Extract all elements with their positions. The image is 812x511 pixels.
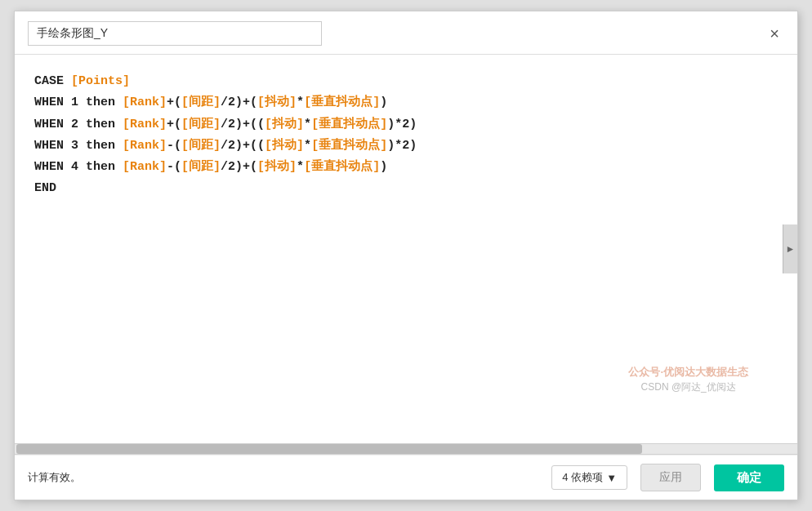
scroll-right-arrow[interactable]: ►: [783, 224, 797, 273]
watermark: 公众号·优阅达大数据生态 CSDN @阿达_优阅达: [628, 364, 748, 395]
code-line-4: WHEN 4 then [Rank]-([间距]/2)+([抖动]*[垂直抖动点…: [34, 157, 778, 178]
code-line-case: CASE [Points]: [34, 71, 778, 92]
code-line-3: WHEN 3 then [Rank]-([间距]/2)+(([抖动]*[垂直抖动…: [34, 136, 778, 157]
watermark-line1: 公众号·优阅达大数据生态: [628, 364, 748, 380]
deps-button[interactable]: 4 依赖项 ▼: [551, 465, 627, 490]
kw-case: CASE: [34, 71, 64, 92]
close-button[interactable]: ×: [765, 24, 784, 43]
expr1: [Rank]: [123, 92, 167, 113]
code-line-end: END: [34, 178, 778, 199]
code-editor[interactable]: CASE [Points] WHEN 1 then [Rank]+([间距]/2…: [15, 55, 797, 365]
kw-end: END: [34, 178, 56, 199]
horizontal-scrollbar[interactable]: [15, 443, 797, 455]
title-input[interactable]: [28, 21, 322, 46]
deps-arrow-icon: ▼: [606, 472, 617, 484]
dialog-header: ×: [15, 11, 797, 55]
editor-wrapper: CASE [Points] WHEN 1 then [Rank]+([间距]/2…: [15, 55, 797, 443]
kw-when4: WHEN 4 then: [34, 157, 123, 178]
status-text: 计算有效。: [28, 470, 538, 485]
kw-when2: WHEN 2 then: [34, 114, 123, 136]
apply-button[interactable]: 应用: [640, 464, 701, 491]
ok-button[interactable]: 确定: [714, 464, 784, 491]
dialog-footer: 计算有效。 4 依赖项 ▼ 应用 确定: [15, 455, 797, 500]
kw-when3: WHEN 3 then: [34, 136, 123, 157]
deps-label: 4 依赖项: [562, 470, 603, 485]
field-points: [Points]: [64, 71, 130, 92]
code-line-2: WHEN 2 then [Rank]+([间距]/2)+(([抖动]*[垂直抖动…: [34, 114, 778, 136]
kw-when1: WHEN 1 then: [34, 92, 123, 113]
scrollbar-thumb[interactable]: [16, 444, 642, 454]
dialog: × CASE [Points] WHEN 1 then [Rank]+([间距]…: [14, 11, 798, 500]
watermark-line2: CSDN @阿达_优阅达: [628, 380, 748, 394]
code-line-1: WHEN 1 then [Rank]+([间距]/2)+([抖动]*[垂直抖动点…: [34, 92, 778, 113]
